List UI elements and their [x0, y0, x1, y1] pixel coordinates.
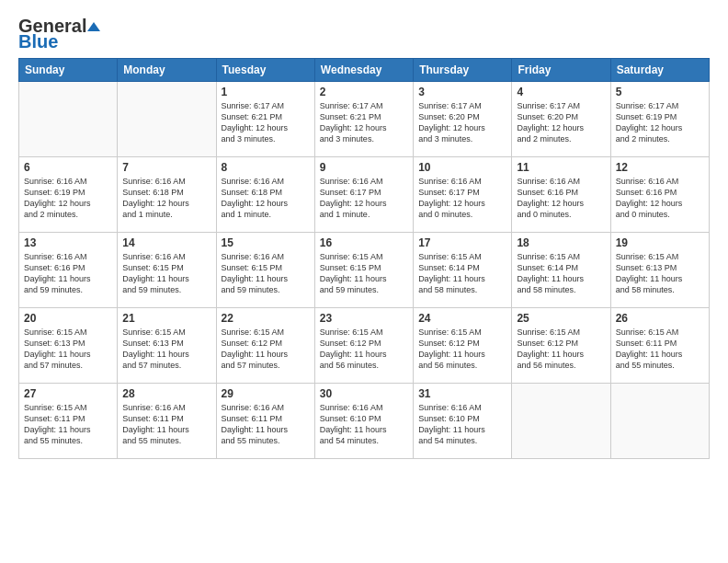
logo-blue-text: Blue: [18, 31, 58, 52]
calendar-table: SundayMondayTuesdayWednesdayThursdayFrid…: [18, 58, 710, 459]
header: General Blue: [18, 17, 710, 52]
logo-icon: [87, 20, 100, 33]
calendar-cell: [512, 384, 610, 459]
day-number: 19: [616, 236, 704, 249]
calendar-cell: 31Sunrise: 6:16 AM Sunset: 6:10 PM Dayli…: [414, 384, 512, 459]
day-info: Sunrise: 6:17 AM Sunset: 6:19 PM Dayligh…: [616, 100, 704, 145]
day-info: Sunrise: 6:15 AM Sunset: 6:12 PM Dayligh…: [222, 327, 310, 372]
calendar-cell: 11Sunrise: 6:16 AM Sunset: 6:16 PM Dayli…: [512, 157, 610, 233]
calendar-header-thursday: Thursday: [414, 59, 512, 82]
day-number: 24: [418, 312, 506, 325]
day-number: 4: [517, 86, 605, 98]
day-info: Sunrise: 6:16 AM Sunset: 6:11 PM Dayligh…: [222, 402, 310, 447]
calendar-cell: 21Sunrise: 6:15 AM Sunset: 6:13 PM Dayli…: [118, 308, 216, 384]
day-info: Sunrise: 6:15 AM Sunset: 6:12 PM Dayligh…: [517, 327, 605, 372]
day-number: 17: [418, 236, 506, 249]
day-info: Sunrise: 6:16 AM Sunset: 6:16 PM Dayligh…: [517, 176, 605, 221]
calendar-cell: 7Sunrise: 6:16 AM Sunset: 6:18 PM Daylig…: [118, 157, 216, 233]
day-number: 20: [24, 312, 112, 325]
day-number: 7: [122, 161, 210, 174]
calendar-header-wednesday: Wednesday: [314, 59, 413, 82]
day-number: 2: [320, 86, 408, 98]
day-number: 6: [24, 161, 112, 174]
logo: General Blue: [18, 17, 100, 52]
day-info: Sunrise: 6:15 AM Sunset: 6:11 PM Dayligh…: [24, 402, 112, 447]
day-number: 30: [320, 387, 408, 400]
day-number: 1: [222, 86, 310, 98]
day-number: 25: [517, 312, 605, 325]
day-info: Sunrise: 6:17 AM Sunset: 6:21 PM Dayligh…: [320, 100, 408, 145]
calendar-cell: 9Sunrise: 6:16 AM Sunset: 6:17 PM Daylig…: [314, 157, 413, 233]
calendar-cell: 16Sunrise: 6:15 AM Sunset: 6:15 PM Dayli…: [314, 233, 413, 308]
day-info: Sunrise: 6:16 AM Sunset: 6:19 PM Dayligh…: [24, 176, 112, 221]
calendar-cell: [19, 82, 118, 157]
calendar-header-monday: Monday: [118, 59, 216, 82]
calendar-week-1: 1Sunrise: 6:17 AM Sunset: 6:21 PM Daylig…: [19, 82, 710, 157]
day-info: Sunrise: 6:15 AM Sunset: 6:13 PM Dayligh…: [616, 251, 704, 296]
calendar-cell: 18Sunrise: 6:15 AM Sunset: 6:14 PM Dayli…: [512, 233, 610, 308]
calendar-cell: 8Sunrise: 6:16 AM Sunset: 6:18 PM Daylig…: [216, 157, 314, 233]
calendar-cell: 30Sunrise: 6:16 AM Sunset: 6:10 PM Dayli…: [314, 384, 413, 459]
calendar-cell: 4Sunrise: 6:17 AM Sunset: 6:20 PM Daylig…: [512, 82, 610, 157]
day-info: Sunrise: 6:17 AM Sunset: 6:21 PM Dayligh…: [222, 100, 310, 145]
calendar-cell: 25Sunrise: 6:15 AM Sunset: 6:12 PM Dayli…: [512, 308, 610, 384]
day-info: Sunrise: 6:15 AM Sunset: 6:12 PM Dayligh…: [418, 327, 506, 372]
day-info: Sunrise: 6:16 AM Sunset: 6:10 PM Dayligh…: [320, 402, 408, 447]
day-info: Sunrise: 6:16 AM Sunset: 6:15 PM Dayligh…: [122, 251, 210, 296]
day-number: 3: [418, 86, 506, 98]
day-info: Sunrise: 6:16 AM Sunset: 6:17 PM Dayligh…: [418, 176, 506, 221]
day-info: Sunrise: 6:16 AM Sunset: 6:17 PM Dayligh…: [320, 176, 408, 221]
day-info: Sunrise: 6:15 AM Sunset: 6:14 PM Dayligh…: [517, 251, 605, 296]
calendar-cell: 13Sunrise: 6:16 AM Sunset: 6:16 PM Dayli…: [19, 233, 118, 308]
day-info: Sunrise: 6:15 AM Sunset: 6:13 PM Dayligh…: [24, 327, 112, 372]
day-info: Sunrise: 6:16 AM Sunset: 6:16 PM Dayligh…: [24, 251, 112, 296]
calendar-week-4: 20Sunrise: 6:15 AM Sunset: 6:13 PM Dayli…: [19, 308, 710, 384]
calendar-cell: 5Sunrise: 6:17 AM Sunset: 6:19 PM Daylig…: [610, 82, 709, 157]
calendar-cell: 22Sunrise: 6:15 AM Sunset: 6:12 PM Dayli…: [216, 308, 314, 384]
day-number: 21: [122, 312, 210, 325]
svg-marker-0: [87, 22, 100, 31]
calendar-cell: 6Sunrise: 6:16 AM Sunset: 6:19 PM Daylig…: [19, 157, 118, 233]
calendar-cell: 3Sunrise: 6:17 AM Sunset: 6:20 PM Daylig…: [414, 82, 512, 157]
calendar-cell: 28Sunrise: 6:16 AM Sunset: 6:11 PM Dayli…: [118, 384, 216, 459]
day-info: Sunrise: 6:15 AM Sunset: 6:11 PM Dayligh…: [616, 327, 704, 372]
day-number: 31: [418, 387, 506, 400]
calendar-cell: 15Sunrise: 6:16 AM Sunset: 6:15 PM Dayli…: [216, 233, 314, 308]
day-info: Sunrise: 6:17 AM Sunset: 6:20 PM Dayligh…: [418, 100, 506, 145]
day-number: 26: [616, 312, 704, 325]
day-info: Sunrise: 6:15 AM Sunset: 6:14 PM Dayligh…: [418, 251, 506, 296]
day-number: 12: [616, 161, 704, 174]
day-info: Sunrise: 6:15 AM Sunset: 6:13 PM Dayligh…: [122, 327, 210, 372]
day-info: Sunrise: 6:16 AM Sunset: 6:15 PM Dayligh…: [222, 251, 310, 296]
day-number: 8: [222, 161, 310, 174]
calendar-header-friday: Friday: [512, 59, 610, 82]
day-number: 29: [222, 387, 310, 400]
calendar-week-3: 13Sunrise: 6:16 AM Sunset: 6:16 PM Dayli…: [19, 233, 710, 308]
day-number: 18: [517, 236, 605, 249]
calendar-cell: 29Sunrise: 6:16 AM Sunset: 6:11 PM Dayli…: [216, 384, 314, 459]
day-number: 15: [222, 236, 310, 249]
day-info: Sunrise: 6:16 AM Sunset: 6:11 PM Dayligh…: [122, 402, 210, 447]
calendar-header-row: SundayMondayTuesdayWednesdayThursdayFrid…: [19, 59, 710, 82]
calendar-cell: 23Sunrise: 6:15 AM Sunset: 6:12 PM Dayli…: [314, 308, 413, 384]
day-number: 16: [320, 236, 408, 249]
day-info: Sunrise: 6:15 AM Sunset: 6:12 PM Dayligh…: [320, 327, 408, 372]
day-info: Sunrise: 6:15 AM Sunset: 6:15 PM Dayligh…: [320, 251, 408, 296]
day-number: 14: [122, 236, 210, 249]
calendar-cell: 26Sunrise: 6:15 AM Sunset: 6:11 PM Dayli…: [610, 308, 709, 384]
calendar-cell: 24Sunrise: 6:15 AM Sunset: 6:12 PM Dayli…: [414, 308, 512, 384]
calendar-cell: 14Sunrise: 6:16 AM Sunset: 6:15 PM Dayli…: [118, 233, 216, 308]
calendar-cell: 2Sunrise: 6:17 AM Sunset: 6:21 PM Daylig…: [314, 82, 413, 157]
calendar-cell: 20Sunrise: 6:15 AM Sunset: 6:13 PM Dayli…: [19, 308, 118, 384]
page: General Blue SundayMondayTuesdayWednesda…: [0, 0, 728, 563]
calendar-week-5: 27Sunrise: 6:15 AM Sunset: 6:11 PM Dayli…: [19, 384, 710, 459]
calendar-cell: 1Sunrise: 6:17 AM Sunset: 6:21 PM Daylig…: [216, 82, 314, 157]
day-info: Sunrise: 6:16 AM Sunset: 6:18 PM Dayligh…: [122, 176, 210, 221]
calendar-header-saturday: Saturday: [610, 59, 709, 82]
day-number: 28: [122, 387, 210, 400]
day-info: Sunrise: 6:17 AM Sunset: 6:20 PM Dayligh…: [517, 100, 605, 145]
day-number: 10: [418, 161, 506, 174]
calendar-cell: 12Sunrise: 6:16 AM Sunset: 6:16 PM Dayli…: [610, 157, 709, 233]
calendar-cell: 10Sunrise: 6:16 AM Sunset: 6:17 PM Dayli…: [414, 157, 512, 233]
calendar-header-tuesday: Tuesday: [216, 59, 314, 82]
